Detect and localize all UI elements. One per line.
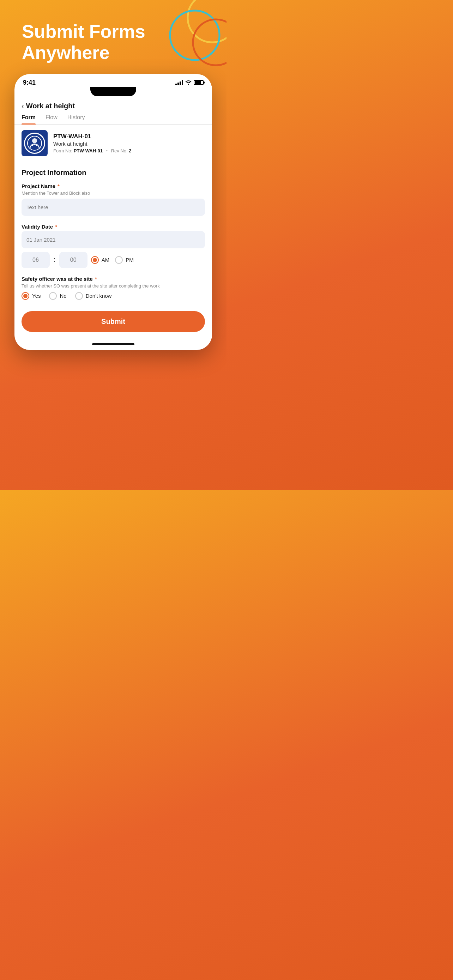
- app-content: ‹ Work at height Form Flow History: [14, 96, 212, 350]
- phone-screen: 9:41: [14, 74, 212, 350]
- no-radio[interactable]: No: [49, 292, 66, 300]
- ptw-header: PTW-WAH-01 Work at height Form No: PTW-W…: [22, 130, 205, 156]
- home-indicator: [14, 340, 212, 350]
- dont-know-radio[interactable]: Don't know: [75, 292, 112, 300]
- phone-mockup: 9:41: [0, 74, 227, 350]
- tab-history[interactable]: History: [67, 114, 85, 124]
- form-card: PTW-WAH-01 Work at height Form No: PTW-W…: [14, 124, 212, 340]
- project-name-hint: Mention the Tower and Block also: [22, 191, 205, 196]
- time-row: : AM PM: [22, 252, 205, 268]
- hero-line2: Anywhere: [22, 42, 110, 63]
- yes-radio-circle: [22, 292, 29, 300]
- ptw-info: PTW-WAH-01 Work at height Form No: PTW-W…: [53, 133, 132, 153]
- am-radio-circle: [91, 256, 99, 264]
- ptw-code: PTW-WAH-01: [53, 133, 132, 140]
- so-radio-group: Yes No Don't know: [22, 292, 205, 300]
- project-name-label: Project Name *: [22, 183, 205, 189]
- status-time: 9:41: [23, 79, 36, 86]
- status-icons: [175, 80, 203, 86]
- validity-date-field: Validity Date * : AM: [22, 224, 205, 268]
- page-title: Work at height: [26, 102, 75, 110]
- dont-know-radio-circle: [75, 292, 83, 300]
- ptw-rev-no: 2: [129, 148, 131, 153]
- tab-flow[interactable]: Flow: [46, 114, 57, 124]
- time-minute-input[interactable]: [59, 252, 87, 268]
- ptw-name: Work at height: [53, 141, 132, 147]
- pm-radio[interactable]: PM: [115, 256, 134, 264]
- safety-officer-field: Safety officer was at the site * Tell us…: [22, 276, 205, 300]
- time-colon: :: [53, 256, 56, 264]
- tab-form[interactable]: Form: [22, 114, 36, 124]
- section-title: Project Information: [22, 169, 205, 177]
- back-nav[interactable]: ‹ Work at height: [14, 96, 212, 114]
- no-radio-circle: [49, 292, 57, 300]
- am-pm-group: AM PM: [91, 256, 134, 264]
- ptw-form-no: PTW-WAH-01: [74, 148, 103, 153]
- project-name-field: Project Name * Mention the Tower and Blo…: [22, 183, 205, 216]
- home-bar: [92, 343, 134, 345]
- notch: [14, 87, 212, 96]
- ptw-logo: [22, 130, 48, 156]
- svg-point-4: [32, 138, 37, 143]
- yes-radio[interactable]: Yes: [22, 292, 41, 300]
- required-star: *: [57, 183, 60, 189]
- divider: [22, 162, 205, 162]
- ptw-meta: Form No: PTW-WAH-01 • Rev No: 2: [53, 148, 132, 153]
- hero-section: Submit Forms Anywhere: [0, 0, 227, 74]
- signal-icon: [175, 80, 183, 85]
- safety-officer-hint: Tell us whether SO was present at the si…: [22, 283, 205, 289]
- back-arrow-icon[interactable]: ‹: [22, 102, 24, 110]
- pm-radio-circle: [115, 256, 123, 264]
- required-star-date: *: [55, 224, 57, 230]
- wifi-icon: [185, 80, 192, 86]
- am-radio[interactable]: AM: [91, 256, 110, 264]
- status-bar: 9:41: [14, 74, 212, 86]
- required-star-so: *: [95, 276, 97, 282]
- battery-icon: [194, 80, 203, 85]
- tabs-bar: Form Flow History: [14, 114, 212, 124]
- validity-date-input[interactable]: [22, 231, 205, 248]
- project-name-input[interactable]: [22, 199, 205, 216]
- time-hour-input[interactable]: [22, 252, 50, 268]
- submit-button[interactable]: Submit: [22, 311, 205, 332]
- ptw-logo-svg: [27, 136, 42, 151]
- hero-line1: Submit Forms: [22, 21, 145, 41]
- validity-date-label: Validity Date *: [22, 224, 205, 230]
- safety-officer-label: Safety officer was at the site *: [22, 276, 205, 282]
